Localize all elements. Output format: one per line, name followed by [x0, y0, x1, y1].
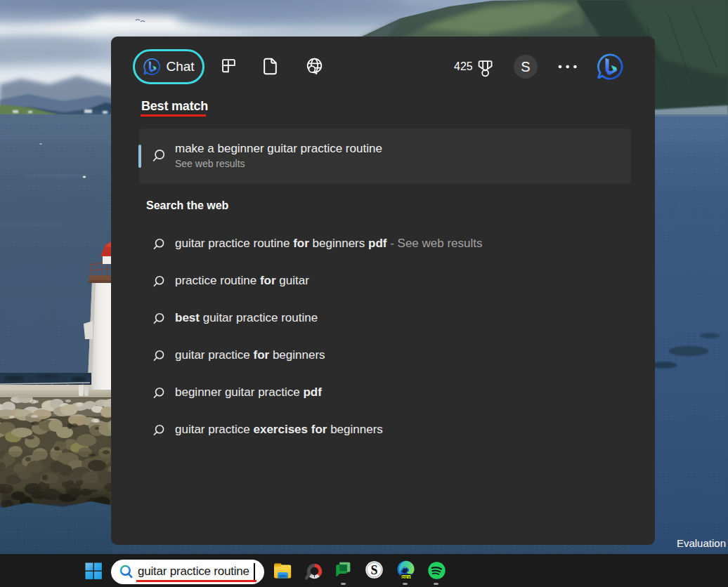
- svg-text:DEV: DEV: [402, 575, 410, 579]
- svg-text:S: S: [371, 563, 378, 577]
